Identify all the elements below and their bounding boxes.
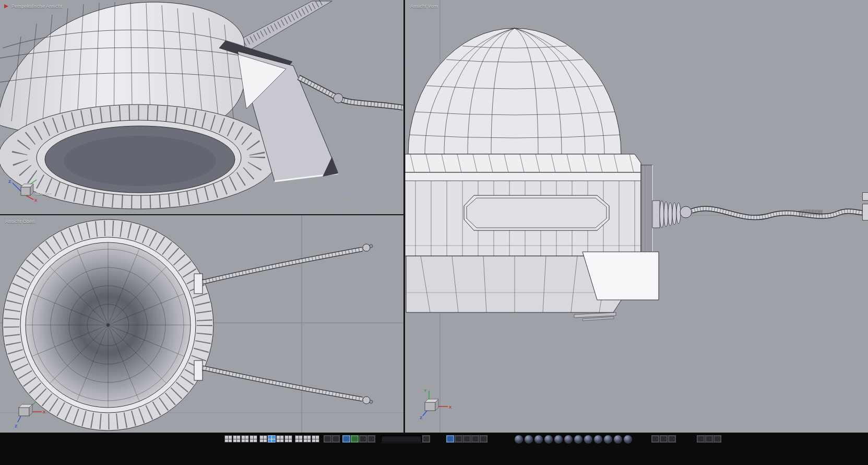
shading-sphere-icon-3[interactable]: [534, 435, 543, 444]
viewport-layout-icon-9[interactable]: [295, 435, 303, 443]
toolbar-icon-d4[interactable]: [480, 435, 487, 443]
axis-z-label: Z: [15, 424, 17, 428]
viewport-layout-icon-10[interactable]: [303, 435, 311, 443]
toolbar-icon-a2[interactable]: [332, 435, 340, 443]
grid-toggle-icon[interactable]: [351, 435, 359, 443]
viewport-layout-icon-11[interactable]: [312, 435, 319, 443]
toolbar-icon-e2[interactable]: [660, 435, 668, 443]
axis-y-label: Y: [424, 388, 427, 393]
coordinate-readout: -000-00 *: [34, 191, 52, 196]
panel-resize-handle[interactable]: [862, 204, 868, 220]
viewport-layout-icon-2[interactable]: [233, 435, 241, 443]
axis-x-label: X: [43, 410, 46, 414]
toolbar-icon-d2[interactable]: [463, 435, 471, 443]
shading-sphere-icon-1[interactable]: [514, 435, 524, 444]
top-scene-canvas[interactable]: [0, 215, 403, 433]
panel-resize-handle[interactable]: [862, 192, 868, 201]
axis-z-label: Z: [8, 179, 11, 184]
pointer-mode-icon[interactable]: [446, 435, 454, 443]
toolbar-icon-f1[interactable]: [697, 435, 705, 443]
shading-sphere-icon-11[interactable]: [613, 435, 623, 444]
snap-toggle-icon[interactable]: [342, 435, 350, 443]
viewport-label-perspective: Perspektifische Ansicht: [11, 4, 62, 9]
viewport-top[interactable]: Ansicht Oben X Z: [0, 215, 403, 433]
viewport-layout-icon-4[interactable]: [249, 435, 257, 443]
toolbar-icon-group: [295, 435, 319, 443]
toolbar-icon-group: [651, 435, 676, 443]
toolbar-icon-a1[interactable]: [324, 435, 331, 443]
shading-sphere-icon-12[interactable]: [623, 435, 633, 444]
toolbar-icon-group: [259, 435, 292, 443]
viewport-layout-icon-8[interactable]: [284, 435, 292, 443]
viewport-layout-icon-5[interactable]: [259, 435, 267, 443]
toolbar-icon-b1[interactable]: [359, 435, 367, 443]
viewport-layout-icon-6-active[interactable]: [268, 435, 276, 443]
shading-sphere-icon-7[interactable]: [574, 435, 583, 444]
modeler-window: Perspektifische Ansicht Z X -000-00 *: [0, 0, 868, 465]
front-scene-canvas[interactable]: [405, 0, 868, 433]
toolbar-icon-group: [446, 435, 487, 443]
toolbar-icon-group: [381, 435, 430, 443]
toolbar-icon-e1[interactable]: [651, 435, 659, 443]
viewport-label-top: Ansicht Oben: [5, 219, 34, 224]
toolbar-icon-d1[interactable]: [455, 435, 462, 443]
toolbar-icon-group: [697, 435, 721, 443]
toolbar-icon-b2[interactable]: [367, 435, 375, 443]
toolbar-icon-c1[interactable]: [422, 435, 430, 443]
toolbar-icon-e3[interactable]: [668, 435, 676, 443]
viewport-layout-icon-1[interactable]: [224, 435, 232, 443]
toolbar-icon-f2[interactable]: [705, 435, 713, 443]
toolbar-icon-group: [342, 435, 375, 443]
axis-gizmo-perspective: Z X: [6, 177, 69, 203]
toolbar-icon-group: [224, 435, 257, 443]
axis-gizmo-front: Y X Z: [420, 387, 456, 420]
toolbar-icon-f3[interactable]: [714, 435, 721, 443]
bottom-toolbar: [0, 433, 868, 465]
shading-sphere-icon-6[interactable]: [564, 435, 573, 444]
shading-sphere-icon-4[interactable]: [544, 435, 553, 444]
axis-x-label: X: [449, 405, 452, 410]
shading-sphere-icon-10[interactable]: [603, 435, 613, 444]
viewport-layout-icon-7[interactable]: [276, 435, 284, 443]
toolbar-icon-d3[interactable]: [471, 435, 479, 443]
toolbar-icon-group: [514, 435, 633, 444]
viewport-front[interactable]: Ansicht Vorn Y X Z: [405, 0, 868, 433]
shading-sphere-icon-9[interactable]: [593, 435, 603, 444]
axis-gizmo-top: X Z: [14, 398, 50, 429]
shading-sphere-icon-2[interactable]: [524, 435, 533, 444]
toolbar-icon-group: [324, 435, 340, 443]
status-readout-field[interactable]: [381, 435, 422, 443]
viewport-perspective[interactable]: Perspektifische Ansicht Z X -000-00 *: [0, 0, 403, 214]
shading-sphere-icon-8[interactable]: [584, 435, 593, 444]
viewport-label-front: Ansicht Vorn: [410, 4, 438, 9]
active-viewport-marker-icon: [4, 4, 8, 8]
axis-x-label: X: [34, 198, 38, 203]
viewport-layout-icon-3[interactable]: [241, 435, 249, 443]
shading-sphere-icon-5[interactable]: [554, 435, 563, 444]
axis-z-label: Z: [420, 415, 422, 420]
